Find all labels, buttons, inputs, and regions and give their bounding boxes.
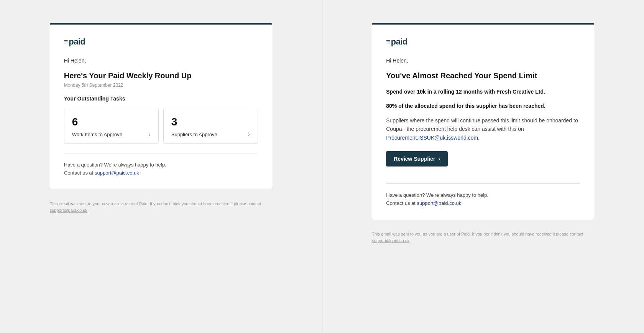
outstanding-tasks-heading: Your Outstanding Tasks (64, 96, 258, 102)
tasks-grid: 6 Work Items to Approve › 3 Suppliers to… (64, 108, 258, 144)
left-footer-text: Have a question? We're always happy to h… (64, 161, 258, 177)
logo-symbol-left: ≡ (64, 38, 68, 46)
work-items-card[interactable]: 6 Work Items to Approve › (64, 108, 159, 144)
left-footer-line2: Contact us at support@paid.co.uk (64, 169, 258, 177)
work-items-label: Work Items to Approve › (72, 131, 151, 137)
right-footer-line1: Have a question? We're always happy to h… (386, 191, 580, 199)
suppliers-label: Suppliers to Approve › (171, 131, 250, 137)
right-footer-text: Have a question? We're always happy to h… (386, 191, 580, 208)
suppliers-arrow: › (248, 131, 250, 137)
right-disclaimer-link[interactable]: support@paid.co.uk (372, 238, 409, 243)
review-arrow-icon: › (438, 156, 440, 162)
left-disclaimer-link[interactable]: support@paid.co.uk (50, 208, 87, 213)
left-logo: ≡ paid (64, 37, 258, 47)
suppliers-card[interactable]: 3 Suppliers to Approve › (163, 108, 258, 144)
left-support-link[interactable]: support@paid.co.uk (95, 170, 139, 176)
right-column: ≡ paid Hi Helen, You've Almost Reached Y… (322, 0, 644, 333)
left-column: ≡ paid Hi Helen, Here's Your Paid Weekly… (0, 0, 322, 333)
spend-highlight-1: Spend over 10k in a rolling 12 months wi… (386, 88, 580, 96)
right-divider (386, 183, 580, 184)
left-email-title: Here's Your Paid Weekly Round Up (64, 71, 258, 80)
right-disclaimer: This email was sent to you as you are a … (372, 231, 594, 244)
suppliers-count: 3 (171, 116, 250, 128)
right-email-card: ≡ paid Hi Helen, You've Almost Reached Y… (372, 23, 594, 220)
left-footer-line1: Have a question? We're always happy to h… (64, 161, 258, 169)
review-supplier-button[interactable]: Review Supplier › (386, 151, 448, 166)
right-footer-line2: Contact us at support@paid.co.uk (386, 199, 580, 208)
logo-symbol-right: ≡ (386, 38, 390, 46)
right-greeting: Hi Helen, (386, 58, 580, 64)
left-greeting: Hi Helen, (64, 58, 258, 64)
work-items-count: 6 (72, 116, 151, 128)
right-support-link[interactable]: support@paid.co.uk (417, 200, 461, 206)
right-logo: ≡ paid (386, 37, 580, 47)
work-items-arrow: › (149, 131, 151, 137)
left-email-card: ≡ paid Hi Helen, Here's Your Paid Weekly… (50, 23, 272, 190)
procurement-link[interactable]: Procurement.ISSUK@uk.issworld.com (386, 135, 478, 141)
spend-body: Suppliers where the spend will continue … (386, 116, 580, 142)
left-disclaimer: This email was sent to you as you are a … (50, 201, 272, 214)
right-email-title: You've Almost Reached Your Spend Limit (386, 71, 580, 80)
logo-text-right: paid (391, 37, 407, 47)
spend-highlight-2: 80% of the allocated spend for this supp… (386, 102, 580, 110)
left-divider (64, 153, 258, 153)
left-email-date: Monday 5th September 2022 (64, 82, 258, 88)
logo-text-left: paid (69, 37, 85, 47)
